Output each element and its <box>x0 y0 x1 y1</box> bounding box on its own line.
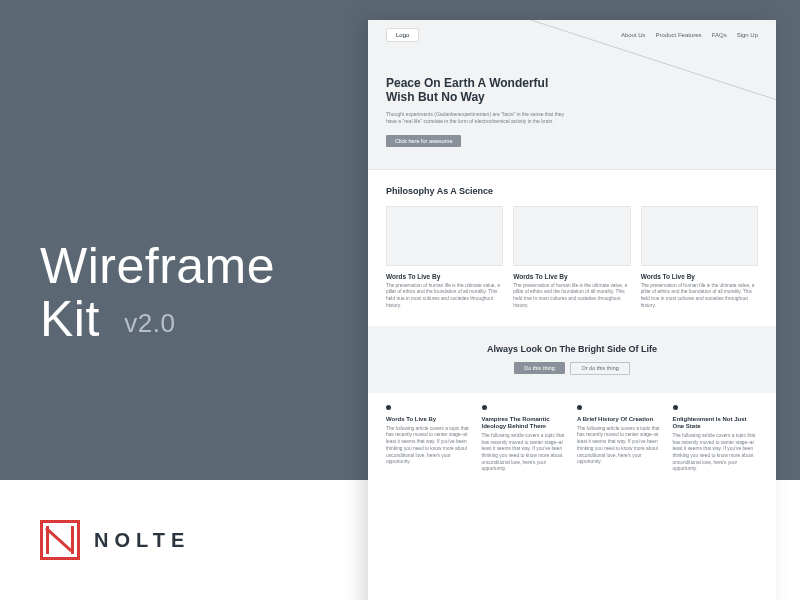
card-body: The preservation of human life is the ul… <box>386 283 503 310</box>
hero-copy: Peace On Earth A Wonderful Wish But No W… <box>386 76 576 147</box>
card-item: Words To Live By The preservation of hum… <box>513 206 630 310</box>
band-primary-button[interactable]: Do this thing <box>514 362 565 374</box>
column-item: Enlightenment Is Not Just One State The … <box>673 405 759 474</box>
bullet-icon <box>482 405 487 410</box>
columns-section: Words To Live By The following article c… <box>368 393 776 494</box>
title-line2: Kit <box>40 291 100 347</box>
top-nav: Logo About Us Product Features FAQs Sign… <box>386 28 758 42</box>
column-item: A Brief History Of Creation The followin… <box>577 405 663 474</box>
nav-link-faqs[interactable]: FAQs <box>712 32 727 38</box>
branding-block: Wireframe Kit v2.0 <box>40 240 275 345</box>
nav-link-signup[interactable]: Sign Up <box>737 32 758 38</box>
column-title: Enlightenment Is Not Just One State <box>673 416 759 430</box>
band-secondary-button[interactable]: Or do this thing <box>570 362 629 375</box>
card-title: Words To Live By <box>513 273 630 280</box>
brand-logo-row: NOLTE <box>40 520 190 560</box>
column-title: A Brief History Of Creation <box>577 416 663 423</box>
product-title: Wireframe Kit v2.0 <box>40 240 275 345</box>
column-body: The following article covers a topic tha… <box>577 426 663 466</box>
column-item: Words To Live By The following article c… <box>386 405 472 474</box>
column-body: The following article covers a topic tha… <box>673 433 759 473</box>
card-title: Words To Live By <box>386 273 503 280</box>
version-label: v2.0 <box>124 308 175 338</box>
bullet-icon <box>577 405 582 410</box>
column-body: The following article covers a topic tha… <box>482 433 568 473</box>
band-heading: Always Look On The Bright Side Of Life <box>386 344 758 354</box>
bullet-icon <box>673 405 678 410</box>
hero-section: Logo About Us Product Features FAQs Sign… <box>368 20 776 170</box>
cards-section: Philosophy As A Science Words To Live By… <box>368 170 776 326</box>
card-item: Words To Live By The preservation of hum… <box>641 206 758 310</box>
nav-logo-placeholder[interactable]: Logo <box>386 28 419 42</box>
image-placeholder <box>641 206 758 266</box>
nav-link-features[interactable]: Product Features <box>656 32 702 38</box>
bullet-icon <box>386 405 391 410</box>
column-title: Words To Live By <box>386 416 472 423</box>
image-placeholder <box>386 206 503 266</box>
column-body: The following article covers a topic tha… <box>386 426 472 466</box>
nolte-logo-icon <box>40 520 80 560</box>
card-body: The preservation of human life is the ul… <box>641 283 758 310</box>
card-grid: Words To Live By The preservation of hum… <box>386 206 758 310</box>
cards-heading: Philosophy As A Science <box>386 186 758 196</box>
card-title: Words To Live By <box>641 273 758 280</box>
cta-band: Always Look On The Bright Side Of Life D… <box>368 326 776 393</box>
image-placeholder <box>513 206 630 266</box>
column-item: Vampires The Romantic Ideology Behind Th… <box>482 405 568 474</box>
hero-cta-button[interactable]: Click here for awesome <box>386 135 461 147</box>
card-item: Words To Live By The preservation of hum… <box>386 206 503 310</box>
nav-link-about[interactable]: About Us <box>621 32 646 38</box>
hero-heading: Peace On Earth A Wonderful Wish But No W… <box>386 76 576 105</box>
nav-links: About Us Product Features FAQs Sign Up <box>621 32 758 38</box>
brand-wordmark: NOLTE <box>94 529 190 552</box>
card-body: The preservation of human life is the ul… <box>513 283 630 310</box>
hero-body: Thought experiments (Gedankenexperimente… <box>386 111 576 125</box>
column-title: Vampires The Romantic Ideology Behind Th… <box>482 416 568 430</box>
title-line1: Wireframe <box>40 238 275 294</box>
wireframe-sheet: Logo About Us Product Features FAQs Sign… <box>368 20 776 600</box>
